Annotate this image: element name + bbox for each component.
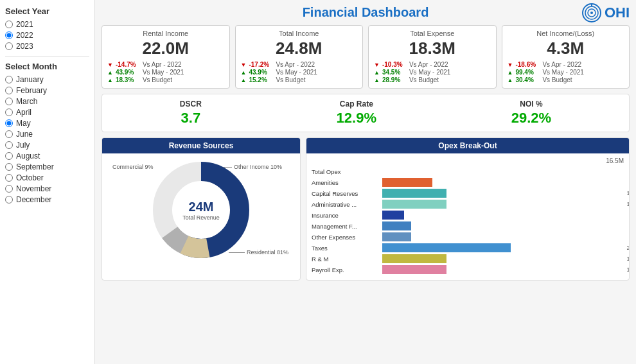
opex-row-0: Total Opex [312, 167, 624, 176]
metric-row: ▲ 28.9% Vs Budget [374, 76, 491, 83]
metric-label: Vs May - 2021 [409, 69, 450, 76]
opex-row-label: Insurance [312, 212, 382, 219]
metric-label: Vs May - 2021 [143, 69, 184, 76]
metrics-row: DSCR 3.7 Cap Rate 12.9% NOI % 29.2% [102, 94, 630, 132]
metric-val: 28.9% [382, 76, 407, 83]
metric-val: -14.7% [116, 61, 140, 68]
svg-point-3 [590, 12, 593, 14]
metric-row: ▼ -14.7% Vs Apr - 2022 [107, 61, 224, 68]
up-icon: ▲ [374, 69, 380, 76]
kpi-metrics: ▼ -10.3% Vs Apr - 2022 ▲ 34.5% Vs May - … [374, 61, 491, 83]
month-option-july[interactable]: July [5, 141, 89, 150]
opex-bar [382, 178, 432, 187]
down-icon: ▼ [374, 62, 380, 68]
opex-pct: 12.5% [626, 189, 630, 198]
metric-val: -18.6% [515, 61, 540, 68]
metric-block-value: 29.2% [511, 110, 551, 126]
metric-block-label: DSCR [180, 100, 202, 108]
kpi-title: Net Income/(Loss) [508, 30, 624, 37]
metric-label: Vs Apr - 2022 [409, 61, 448, 68]
month-option-november[interactable]: November [5, 184, 89, 193]
opex-bar-container: 12.5% [382, 254, 624, 263]
opex-bar-container: 4.2% [382, 211, 624, 220]
metric-val: 15.2% [249, 76, 273, 83]
kpi-row: Rental Income 22.0M ▼ -14.7% Vs Apr - 20… [102, 25, 630, 89]
month-option-june[interactable]: June [5, 130, 89, 139]
metric-label: Vs Apr - 2022 [276, 61, 315, 68]
kpi-title: Total Expense [374, 30, 491, 37]
revenue-header: Revenue Sources [102, 138, 300, 153]
donut-label: 24M Total Revenue [182, 199, 220, 220]
metric-block-value: 12.9% [337, 110, 376, 126]
opex-bar [382, 254, 446, 263]
metric-row: ▲ 43.9% Vs May - 2021 [107, 69, 224, 76]
up-icon: ▲ [241, 69, 247, 76]
month-option-september[interactable]: September [5, 162, 89, 171]
down-icon: ▼ [508, 62, 513, 68]
month-option-april[interactable]: April [5, 108, 89, 117]
opex-row-6: Other Expenses 5.6% [312, 232, 624, 241]
opex-pct: 25.0% [626, 243, 630, 252]
opex-row-8: R & M 12.5% [312, 254, 624, 263]
opex-row-label: Management F... [312, 223, 382, 230]
opex-bar-container: 5.6% [382, 232, 624, 241]
month-option-august[interactable]: August [5, 152, 89, 160]
opex-rows: Total Opex Amenities 9.7% Capital Reserv… [312, 167, 624, 274]
up-icon: ▲ [508, 69, 513, 76]
month-radio-group[interactable]: JanuaryFebruaryMarchAprilMayJuneJulyAugu… [5, 75, 89, 204]
donut-chart: 24M Total Revenue [150, 159, 252, 261]
month-option-december[interactable]: December [5, 195, 89, 204]
kpi-value: 22.0M [107, 39, 224, 58]
metric-label: Vs May - 2021 [276, 69, 317, 76]
opex-bar-container: 12.5% [382, 200, 624, 209]
metric-val: -10.3% [382, 61, 407, 68]
opex-row-7: Taxes 25.0% [312, 243, 624, 252]
month-option-march[interactable]: March [5, 97, 89, 106]
up-icon: ▲ [508, 77, 513, 83]
logo-text: OHI [605, 4, 630, 21]
opex-row-label: Administrative ... [312, 201, 382, 208]
year-radio-group[interactable]: 202120222023 [5, 20, 89, 51]
metric-block-2: NOI % 29.2% [511, 100, 551, 126]
metric-val: -17.2% [249, 61, 273, 68]
metric-row: ▼ -18.6% Vs Apr - 2022 [508, 61, 624, 68]
metric-label: Vs Budget [143, 76, 172, 83]
up-icon: ▲ [241, 77, 247, 83]
kpi-card-0: Rental Income 22.0M ▼ -14.7% Vs Apr - 20… [102, 25, 230, 89]
up-icon: ▲ [374, 77, 380, 83]
opex-row-label: Payroll Exp. [312, 266, 382, 273]
month-option-october[interactable]: October [5, 173, 89, 182]
opex-bar [382, 265, 446, 274]
year-option-2022[interactable]: 2022 [5, 31, 89, 40]
legend-commercial: Commercial 9% [112, 164, 154, 170]
opex-row-9: Payroll Exp. 12.5% [312, 265, 624, 274]
year-option-2023[interactable]: 2023 [5, 42, 89, 51]
up-icon: ▲ [107, 69, 113, 76]
metric-label: Vs Budget [276, 76, 305, 83]
page-title: Financial Dashboard [303, 5, 429, 20]
kpi-card-2: Total Expense 18.3M ▼ -10.3% Vs Apr - 20… [368, 25, 497, 89]
month-option-january[interactable]: January [5, 75, 89, 84]
metric-val: 43.9% [116, 69, 140, 76]
metric-val: 30.4% [515, 76, 540, 83]
year-option-2021[interactable]: 2021 [5, 20, 89, 29]
opex-row-2: Capital Reserves 12.5% [312, 189, 624, 198]
month-option-may[interactable]: May [5, 119, 89, 128]
logo-icon [581, 3, 602, 23]
opex-total-label: 16.5M [312, 157, 624, 164]
opex-row-label: Taxes [312, 245, 382, 252]
kpi-value: 4.3M [508, 39, 624, 58]
sidebar: Select Year 202120222023 Select Month Ja… [0, 0, 95, 364]
opex-bar [382, 200, 446, 209]
month-option-february[interactable]: February [5, 86, 89, 95]
opex-header: Opex Break-Out [306, 138, 629, 153]
opex-bar-container: 9.7% [382, 178, 624, 187]
opex-row-label: Other Expenses [312, 234, 382, 241]
metric-val: 34.5% [382, 69, 407, 76]
down-icon: ▼ [241, 62, 247, 68]
opex-row-1: Amenities 9.7% [312, 178, 624, 187]
kpi-value: 24.8M [241, 39, 358, 58]
kpi-title: Rental Income [107, 30, 224, 37]
opex-bar-container: 5.6% [382, 221, 624, 230]
metric-label: Vs May - 2021 [542, 69, 583, 76]
